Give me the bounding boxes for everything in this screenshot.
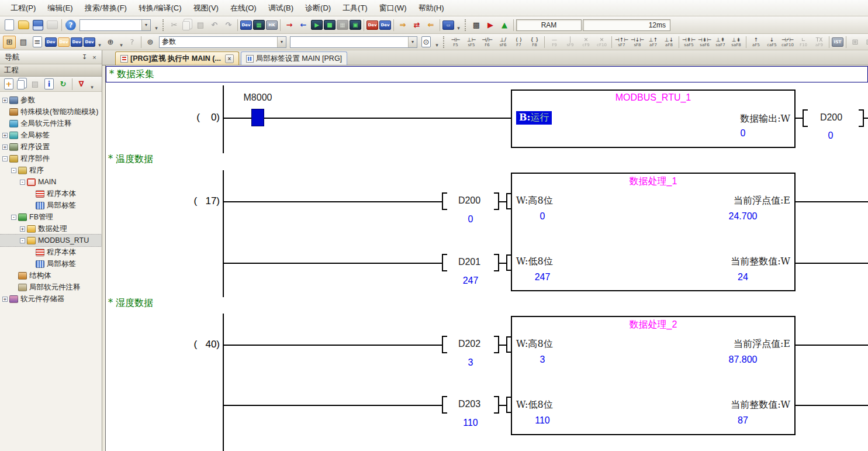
menu-item[interactable]: 在线(O) [224,0,262,16]
toolbar-overflow-chevron-icon[interactable]: ▾ [455,19,462,31]
tree-expander[interactable]: + [2,297,8,302]
tree-item[interactable]: -程序 [0,164,102,176]
menu-item[interactable]: 转换/编译(C) [133,0,188,16]
navigation-window-icon[interactable]: ⊞ [3,36,16,49]
toolbar-overflow-chevron-icon[interactable]: ▾ [433,36,441,48]
paste-icon[interactable]: ▤ [194,19,207,32]
inline-st-icon[interactable]: ⊞ [849,36,862,49]
ladder-symbol-cF9-button[interactable]: ✕cF9 [578,35,594,49]
tree-item[interactable]: 局部标签 [0,258,102,270]
toolbar-overflow-chevron-icon[interactable]: ▾ [88,78,96,90]
ladder-symbol-aF7-button[interactable]: ⊥↑aF7 [645,35,661,49]
device-table-icon[interactable]: Dev [58,37,70,47]
device-monitor-1-icon[interactable]: Dev [366,20,378,30]
ladder-symbol-cF10-button[interactable]: ✕cF10 [594,35,610,49]
monitor-write-icon[interactable]: ▣ [350,20,361,30]
ladder-symbol-aF9-button[interactable]: TXaF9 [811,35,827,49]
redo-icon[interactable]: ↷ [222,19,235,32]
operand-d203-in[interactable]: D203 [446,399,493,409]
list-view-icon[interactable]: ≡ [33,36,42,47]
toolbar-overflow-chevron-icon[interactable]: ▾ [153,19,160,31]
document-find-icon[interactable]: ⊙ [421,36,431,47]
tree-item[interactable]: 特殊模块(智能功能模块) [0,106,102,118]
print-icon[interactable] [47,20,58,29]
tree-expander[interactable]: - [2,156,8,161]
pin-icon[interactable]: ↧ [79,52,89,62]
ladder-editor[interactable]: * 数据采集 * 温度数据 * 湿度数据 ( 0) M8000 MODBUS_R… [105,66,868,451]
rung-comment-box[interactable]: * 数据采集 [106,66,868,82]
monitor-stop-icon[interactable]: ■ [324,20,336,30]
combo-dropdown-icon[interactable]: ▾ [408,37,417,47]
monitor-mode-icon[interactable]: ▦ [253,20,265,30]
tree-item[interactable]: +全局标签 [0,129,102,141]
toolbar-overflow-chevron-icon[interactable]: ▾ [117,36,125,48]
ladder-symbol-aF5-button[interactable]: ↑aF5 [748,35,764,49]
ladder-symbol-saF7-button[interactable]: ⊥⇞saF7 [713,35,728,49]
copy-icon[interactable] [182,21,190,30]
write-to-plc-icon[interactable]: → [283,19,296,32]
menu-item[interactable]: 调试(B) [262,0,299,16]
device-reference-icon[interactable]: Dev [71,37,82,47]
device-monitor-2-icon[interactable]: Dev [379,20,391,30]
monitor-pause-icon[interactable]: ▦ [337,20,348,30]
ladder-symbol-caF10-button[interactable]: ⊣⌿⊢caF10 [780,35,796,49]
alert-mode-icon[interactable]: ▲ [498,19,511,32]
edit-comment-icon[interactable]: ⊟ [863,36,868,49]
tree-expander[interactable]: + [20,226,25,232]
operand-d200-in[interactable]: D200 [446,195,493,206]
remote-operation-icon[interactable]: ▭ [442,20,454,30]
ladder-symbol-sF6-button[interactable]: ⊥/sF6 [495,35,511,49]
jump-before-icon[interactable]: ⇒ [396,19,409,32]
nav-copy-icon[interactable] [17,80,25,89]
contact-m8000-on[interactable] [251,109,264,126]
open-project-icon[interactable] [18,20,29,29]
tree-expander[interactable]: + [2,144,8,150]
combo-dropdown-icon[interactable]: ▾ [277,37,286,47]
tree-item[interactable]: 结构体 [0,270,102,281]
ladder-symbol-F9-button[interactable]: —F9 [547,35,562,49]
tree-expander[interactable]: + [2,133,8,138]
find-target-combo[interactable]: 参数▾ [159,36,286,48]
device-comment-icon[interactable]: Dev [240,20,252,30]
device-batch-icon[interactable]: Dev [84,37,95,47]
nav-new-item-icon[interactable]: + [4,78,13,89]
rung-comment-text[interactable]: * 温度数据 [108,153,153,166]
verify-icon[interactable]: ⇄ [410,19,423,32]
ladder-symbol-saF6-button[interactable]: ⊣⇟⊢saF6 [697,35,713,49]
cross-reference-icon[interactable]: ⊕ [104,36,117,49]
program-check-icon[interactable]: ▩ [470,19,483,32]
menu-item[interactable]: 视图(V) [188,0,224,16]
run-mode-icon[interactable]: ▶ [484,19,497,32]
read-from-plc-icon[interactable]: ← [297,19,310,32]
tree-item[interactable]: +参数 [0,94,102,106]
nav-paste-icon[interactable]: ▤ [29,78,42,91]
fb-data-process-2[interactable]: 数据处理_2 W:高8位 3 W:低8位 110 当前浮点值:E 87.800 … [511,316,796,435]
tree-item[interactable]: 程序本体 [0,188,102,199]
menu-item[interactable]: 帮助(H) [413,0,450,16]
tab-prg-monitor-main[interactable]: [PRG]监视 执行中 MAIN (... × [115,51,239,65]
ladder-symbol-F8-button[interactable]: { }F8 [527,35,542,49]
new-project-icon[interactable] [5,19,14,30]
ladder-symbol-F10-button[interactable]: ∟F10 [796,35,811,49]
tree-item[interactable]: -MAIN [0,176,102,188]
ladder-symbol-sF7-button[interactable]: ⊣↑⊢sF7 [614,35,630,49]
fb-input-run[interactable]: B:运行 [516,111,552,125]
tab-close-icon[interactable]: × [225,54,234,63]
menu-item[interactable]: 工具(T) [337,0,374,16]
fb-modbus-rtu-1[interactable]: MODBUS_RTU_1 B:运行 数据输出:W 0 [511,89,796,148]
operand-d202-in[interactable]: D202 [446,339,493,349]
tree-item[interactable]: -MODBUS_RTU [0,235,102,246]
ladder-symbol-aF8-button[interactable]: ⊥↓aF8 [661,35,677,49]
ladder-symbol-sF9-button[interactable]: │sF9 [562,35,578,49]
module-configuration-icon[interactable]: ▤ [17,36,30,49]
operand-d200[interactable]: D200 [808,112,855,123]
tree-expander[interactable]: - [20,180,25,185]
menu-item[interactable]: 窗口(W) [374,0,413,16]
ladder-symbol-saF5-button[interactable]: ⊣⇞⊢saF5 [681,35,697,49]
menu-item[interactable]: 搜索/替换(F) [79,0,133,16]
help-icon[interactable]: ? [65,20,76,30]
device-hk-icon[interactable]: HK [266,20,278,30]
nav-sort-icon[interactable]: ∇ [75,78,88,91]
nav-property-icon[interactable]: i [44,78,54,89]
ladder-symbol-caF5-button[interactable]: ↓caF5 [764,35,780,49]
